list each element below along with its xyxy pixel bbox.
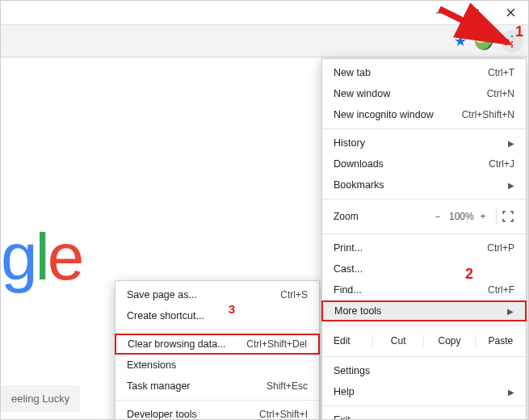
svg-line-4: [439, 9, 508, 43]
edit-cut-button[interactable]: Cut: [372, 335, 423, 346]
submenu-create-shortcut[interactable]: Create shortcut...: [115, 305, 319, 326]
menu-exit[interactable]: Exit: [322, 410, 526, 420]
menu-downloads[interactable]: DownloadsCtrl+J: [322, 153, 526, 174]
annotation-3: 3: [229, 302, 235, 316]
annotation-arrow: [431, 1, 528, 65]
fullscreen-icon: [502, 211, 514, 222]
menu-edit: Edit Cut Copy Paste: [322, 329, 526, 353]
zoom-value: 100%: [449, 211, 472, 222]
zoom-out-button[interactable]: −: [426, 211, 449, 222]
submenu-clear-browsing-data[interactable]: Clear browsing data...Ctrl+Shift+Del: [115, 334, 320, 355]
menu-print[interactable]: Print...Ctrl+P: [322, 237, 526, 258]
menu-find[interactable]: Find...Ctrl+F: [322, 279, 526, 300]
submenu-save-page[interactable]: Save page as...Ctrl+S: [115, 284, 319, 305]
chevron-right-icon: ▶: [508, 388, 514, 397]
submenu-extensions[interactable]: Extensions: [115, 355, 319, 376]
google-logo: gle: [1, 219, 82, 295]
chevron-right-icon: ▶: [508, 181, 514, 190]
menu-cast[interactable]: Cast...: [322, 258, 526, 279]
chevron-right-icon: ▶: [508, 139, 514, 148]
edit-copy-button[interactable]: Copy: [423, 335, 474, 346]
menu-new-window[interactable]: New windowCtrl+N: [322, 83, 526, 104]
annotation-2: 2: [465, 266, 473, 283]
menu-new-incognito[interactable]: New incognito windowCtrl+Shift+N: [322, 104, 526, 125]
menu-settings[interactable]: Settings: [322, 360, 526, 381]
menu-history[interactable]: History▶: [322, 132, 526, 153]
menu-help[interactable]: Help▶: [322, 381, 526, 402]
menu-bookmarks[interactable]: Bookmarks▶: [322, 174, 526, 195]
submenu-task-manager[interactable]: Task managerShift+Esc: [115, 376, 319, 397]
zoom-in-button[interactable]: +: [472, 211, 494, 222]
submenu-developer-tools[interactable]: Developer toolsCtrl+Shift+I: [115, 404, 319, 420]
feeling-lucky-button[interactable]: eeling Lucky: [1, 385, 80, 412]
menu-more-tools[interactable]: More tools▶: [321, 300, 527, 321]
edit-paste-button[interactable]: Paste: [475, 335, 526, 346]
annotation-1: 1: [515, 23, 523, 40]
more-tools-submenu: Save page as...Ctrl+S Create shortcut...…: [115, 280, 320, 420]
menu-zoom: Zoom − 100% +: [322, 203, 526, 230]
fullscreen-button[interactable]: [498, 211, 518, 222]
chrome-main-menu: New tabCtrl+T New windowCtrl+N New incog…: [321, 58, 527, 420]
chevron-right-icon: ▶: [507, 307, 514, 316]
